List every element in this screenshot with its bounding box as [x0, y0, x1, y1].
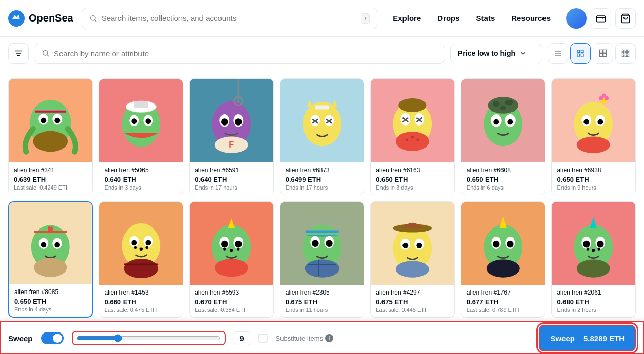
- avatar[interactable]: [566, 8, 587, 29]
- nft-price: 0.677 ETH: [467, 298, 540, 306]
- svg-point-134: [305, 259, 339, 277]
- nft-info: alien fren #8085 0.650 ETH Ends in 4 day…: [9, 284, 92, 317]
- nft-info: alien fren #6591 0.640 ETH Ends in 17 ho…: [190, 162, 273, 195]
- svg-rect-15: [599, 50, 602, 53]
- nft-card[interactable]: alien fren #5065 0.640 ETH Ends in 3 day…: [99, 78, 184, 195]
- grid-md-icon: [599, 49, 607, 57]
- svg-point-75: [417, 139, 419, 141]
- nft-card[interactable]: alien fren #6163 0.650 ETH Ends in 3 day…: [370, 78, 455, 195]
- nav: Explore Drops Stats Resources: [386, 10, 558, 27]
- sweep-toggle[interactable]: [41, 332, 64, 344]
- nft-card[interactable]: alien fren #6608 0.650 ETH Ends in 6 day…: [461, 78, 546, 195]
- header-search-bar[interactable]: /: [82, 8, 378, 29]
- svg-rect-62: [315, 105, 329, 109]
- view-grid-lg-btn[interactable]: [615, 43, 636, 64]
- nav-explore[interactable]: Explore: [386, 10, 428, 27]
- svg-point-109: [131, 240, 137, 245]
- nft-sub: Last sale: 0.789 ETH: [467, 307, 540, 313]
- svg-rect-17: [599, 54, 602, 57]
- svg-point-158: [597, 240, 604, 247]
- logo-text: OpenSea: [29, 12, 73, 24]
- nft-card[interactable]: alien fren #1453 0.660 ETH Last sale: 0.…: [99, 201, 184, 318]
- nft-sub: Last sale: 0.475 ETH: [105, 307, 178, 313]
- nft-card[interactable]: alien fren #6938 0.650 ETH Ends in 9 hou…: [551, 78, 636, 195]
- svg-rect-27: [627, 55, 629, 56]
- view-list-btn[interactable]: [548, 43, 568, 64]
- logo[interactable]: OpenSea: [8, 10, 73, 27]
- nav-resources[interactable]: Resources: [504, 10, 558, 27]
- svg-point-1: [17, 15, 19, 17]
- opensea-logo-icon: [8, 10, 25, 27]
- nft-card[interactable]: alien fren #1767 0.677 ETH Last sale: 0.…: [461, 201, 546, 318]
- substitute-label: Substitute items i: [276, 334, 334, 342]
- view-grid-sm-btn[interactable]: [570, 43, 591, 64]
- substitute-checkbox[interactable]: [258, 334, 268, 343]
- main-search-input[interactable]: [54, 49, 437, 58]
- sweep-slider[interactable]: [77, 334, 220, 342]
- nft-card[interactable]: alien fren #2061 0.680 ETH Ends in 2 hou…: [551, 201, 636, 318]
- svg-point-122: [223, 247, 226, 250]
- sweep-button[interactable]: Sweep 5.8289 ETH: [539, 325, 636, 351]
- nft-name: alien fren #341: [14, 166, 87, 174]
- nft-image: [9, 79, 92, 162]
- nft-price: 0.680 ETH: [557, 298, 630, 306]
- nft-sub: Last sale: 0.384 ETH: [195, 307, 268, 313]
- svg-point-124: [237, 247, 239, 250]
- sort-label: Price low to high: [458, 49, 515, 57]
- info-icon[interactable]: i: [325, 334, 333, 342]
- header-search-input[interactable]: [102, 14, 357, 23]
- nft-sub: Ends in 3 days: [376, 184, 449, 191]
- svg-point-114: [124, 259, 158, 278]
- nft-card[interactable]: alien fren #5593 0.670 ETH Last sale: 0.…: [189, 201, 274, 318]
- nft-image: [190, 202, 273, 285]
- filter-toggle-btn[interactable]: [8, 43, 29, 64]
- svg-point-159: [587, 247, 589, 250]
- wallet-icon: [596, 13, 606, 24]
- svg-point-112: [139, 247, 142, 250]
- svg-point-104: [34, 258, 67, 277]
- nav-stats[interactable]: Stats: [469, 10, 502, 27]
- nft-price: 0.650 ETH: [557, 176, 630, 183]
- sweep-count[interactable]: 9: [234, 331, 250, 345]
- svg-point-91: [598, 119, 603, 125]
- nft-card[interactable]: alien fren #4297 0.675 ETH Last sale: 0.…: [370, 201, 455, 318]
- nft-name: alien fren #2305: [286, 289, 359, 296]
- bottom-bar: Sweep 9 Substitute items i Sweep 5.8289 …: [0, 321, 644, 354]
- cart-icon-btn[interactable]: [615, 8, 636, 29]
- nft-image: [9, 202, 92, 285]
- sweep-btn-divider: [579, 332, 579, 344]
- view-grid-md-btn[interactable]: [593, 43, 613, 64]
- nft-image: [99, 79, 183, 162]
- svg-point-72: [396, 132, 429, 151]
- main-search-bar[interactable]: [34, 44, 445, 64]
- wallet-icon-btn[interactable]: [591, 8, 611, 29]
- svg-point-32: [41, 118, 46, 123]
- nft-image: [461, 202, 545, 285]
- nft-price: 0.650 ETH: [376, 176, 449, 183]
- svg-rect-26: [625, 55, 626, 56]
- toolbar: Price low to high: [0, 37, 644, 70]
- nft-card[interactable]: alien fren #8085 0.650 ETH Ends in 4 day…: [8, 201, 93, 318]
- nft-image: [461, 79, 545, 162]
- nft-info: alien fren #341 0.639 ETH Last sale: 0.4…: [9, 162, 92, 195]
- nft-card[interactable]: F alien fren #6591 0.640 ETH Ends in 17 …: [189, 78, 274, 195]
- sort-dropdown[interactable]: Price low to high: [450, 44, 542, 63]
- nft-image: [280, 79, 364, 162]
- nft-card[interactable]: alien fren #341 0.639 ETH Last sale: 0.4…: [8, 78, 93, 195]
- nft-name: alien fren #2061: [557, 289, 630, 296]
- nft-card[interactable]: alien fren #6873 0.6499 ETH Ends in 17 h…: [280, 78, 365, 195]
- filter-icon: [14, 49, 23, 58]
- nft-name: alien fren #6873: [286, 166, 359, 174]
- nft-name: alien fren #5593: [195, 289, 268, 296]
- nft-price: 0.650 ETH: [467, 176, 540, 183]
- nft-sub: Ends in 2 hours: [557, 307, 630, 313]
- nft-card[interactable]: alien fren #2305 0.675 ETH Ends in 11 ho…: [280, 201, 365, 318]
- search-icon: [89, 14, 97, 23]
- svg-point-149: [493, 240, 500, 247]
- nav-drops[interactable]: Drops: [430, 10, 467, 27]
- svg-point-41: [145, 118, 151, 124]
- svg-point-132: [326, 240, 333, 247]
- nft-price: 0.640 ETH: [105, 176, 178, 183]
- nft-sub: Ends in 17 hours: [195, 184, 268, 191]
- nft-price: 0.640 ETH: [195, 176, 268, 183]
